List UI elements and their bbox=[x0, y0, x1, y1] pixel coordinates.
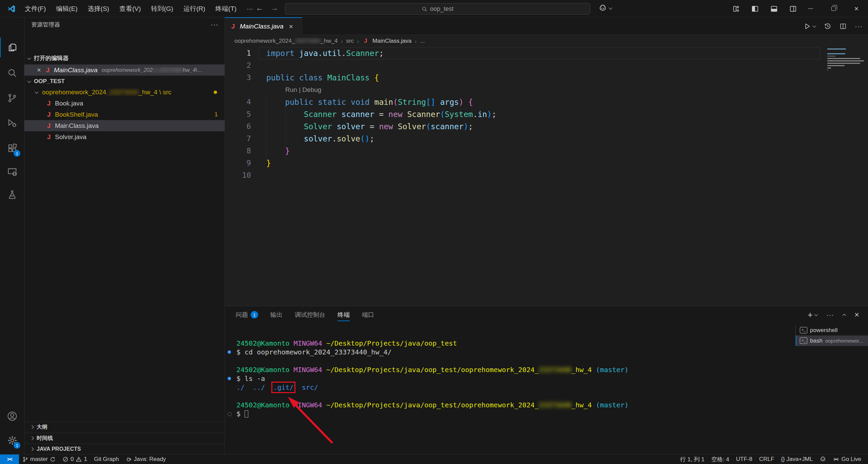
open-editor-filename: MainClass.java bbox=[54, 66, 98, 74]
problems-status[interactable]: 0 1 bbox=[59, 455, 91, 464]
branch-name: master bbox=[30, 456, 48, 463]
breadcrumb-src[interactable]: src bbox=[346, 38, 354, 44]
split-editor-icon[interactable] bbox=[840, 23, 847, 30]
panel-tab-label: 端口 bbox=[362, 311, 374, 319]
git-graph-status[interactable]: Git Graph bbox=[91, 455, 122, 464]
panel-tab-3[interactable]: 终端 bbox=[337, 306, 350, 323]
language-mode[interactable]: {} Java+JML bbox=[777, 455, 816, 464]
file-row[interactable]: JMainClass.java bbox=[24, 120, 225, 131]
breadcrumb-separator: › bbox=[357, 38, 359, 44]
outline-section[interactable]: 大纲 bbox=[24, 422, 225, 432]
run-debug-icon bbox=[7, 118, 17, 128]
customize-layout-icon[interactable] bbox=[732, 5, 740, 13]
open-editors-section[interactable]: 打开的编辑器 bbox=[24, 53, 225, 64]
workspace-section[interactable]: OOP_TEST bbox=[24, 76, 225, 87]
broadcast-icon bbox=[833, 456, 839, 462]
breadcrumb[interactable]: ooprehomework_2024_23373440_hw_4 › src ›… bbox=[225, 35, 868, 47]
maximize-panel-icon[interactable] bbox=[842, 314, 846, 317]
sidebar-item-remote-explorer[interactable] bbox=[0, 162, 24, 181]
explorer-more-button[interactable]: ··· bbox=[211, 21, 218, 28]
minimap-line bbox=[827, 70, 828, 71]
account-button[interactable] bbox=[0, 406, 24, 426]
encoding-status[interactable]: UTF-8 bbox=[733, 455, 756, 464]
close-button[interactable]: × bbox=[845, 0, 868, 17]
indentation-status[interactable]: 空格: 4 bbox=[708, 455, 733, 464]
terminal-list-item-bash[interactable]: >_bashooprehomewor... bbox=[796, 335, 868, 346]
nav-forward-button[interactable]: → bbox=[269, 3, 280, 13]
go-live-status[interactable]: Go Live bbox=[830, 455, 865, 464]
minimize-button[interactable] bbox=[799, 0, 822, 17]
toggle-secondary-sidebar-icon[interactable] bbox=[789, 5, 797, 13]
breadcrumb-folder[interactable]: ooprehomework_2024_23373440_hw_4 bbox=[234, 38, 337, 44]
panel-tab-0[interactable]: 问题1 bbox=[236, 306, 258, 323]
line-number: 8 bbox=[225, 145, 251, 157]
copilot-menu[interactable] bbox=[598, 4, 612, 13]
java-projects-section[interactable]: JAVA PROJECTS bbox=[24, 444, 225, 454]
terminal-list-item-powershell[interactable]: >_powershell bbox=[796, 325, 868, 335]
sidebar-item-source-control[interactable] bbox=[0, 88, 24, 108]
codelens-line[interactable]: Run | Debug bbox=[225, 84, 868, 96]
sidebar-item-explorer[interactable] bbox=[0, 38, 24, 57]
timeline-section[interactable]: 时间线 bbox=[24, 433, 225, 443]
panel-tab-label: 输出 bbox=[270, 311, 283, 319]
file-row[interactable]: JSolver.java bbox=[24, 131, 225, 142]
menu-item-0[interactable]: 文件(F) bbox=[20, 3, 51, 15]
close-icon[interactable]: × bbox=[37, 66, 41, 74]
menu-item-5[interactable]: 运行(R) bbox=[178, 3, 210, 15]
panel-more-button[interactable]: ··· bbox=[826, 311, 834, 319]
new-terminal-button[interactable]: + bbox=[808, 310, 817, 320]
command-center-search[interactable]: oop_test bbox=[285, 3, 590, 15]
indent-guide bbox=[266, 96, 267, 157]
terminal-name: bash bbox=[810, 337, 823, 344]
panel-tab-2[interactable]: 调试控制台 bbox=[295, 306, 325, 323]
run-button[interactable] bbox=[804, 23, 816, 30]
java-file-icon: J bbox=[44, 66, 51, 74]
sidebar-item-run-debug[interactable] bbox=[0, 113, 24, 133]
menu-item-4[interactable]: 转到(G) bbox=[146, 3, 178, 15]
sidebar-item-search[interactable] bbox=[0, 63, 24, 83]
java-status[interactable]: Java: Ready bbox=[122, 455, 170, 464]
breadcrumb-file[interactable]: MainClass.java bbox=[372, 38, 411, 44]
code-editor[interactable]: 1import java.util.Scanner;23public class… bbox=[225, 47, 868, 306]
close-panel-icon[interactable]: × bbox=[854, 310, 859, 320]
tab-close-icon[interactable]: × bbox=[289, 22, 293, 31]
menu-item-2[interactable]: 选择(S) bbox=[83, 3, 114, 15]
branch-status[interactable]: master bbox=[19, 455, 59, 464]
breadcrumb-symbol[interactable]: ... bbox=[420, 38, 425, 44]
sidebar-item-testing[interactable] bbox=[0, 185, 24, 205]
terminal-output[interactable]: 24502@Kamonto MINGW64 ~/Desktop/Projects… bbox=[225, 323, 793, 454]
nav-back-button[interactable]: ← bbox=[254, 3, 265, 13]
explorer-sidebar: 资源管理器 ··· 打开的编辑器 × J MainClass.java oopr… bbox=[24, 17, 225, 454]
tab-mainclass[interactable]: J MainClass.java × bbox=[225, 17, 302, 35]
eol-status[interactable]: CRLF bbox=[756, 455, 777, 464]
panel-tab-4[interactable]: 端口 bbox=[362, 306, 374, 323]
menu-item-1[interactable]: 编辑(E) bbox=[51, 3, 82, 15]
file-row[interactable]: JBookShelf.java1 bbox=[24, 109, 225, 120]
minimize-icon bbox=[808, 8, 813, 9]
sidebar-item-extensions[interactable]: 1 bbox=[0, 138, 24, 158]
chevron-right-icon bbox=[30, 447, 34, 451]
settings-button[interactable]: 1 bbox=[0, 430, 24, 450]
minimap[interactable] bbox=[827, 49, 865, 75]
file-row[interactable]: JBook.java bbox=[24, 98, 225, 109]
history-icon[interactable] bbox=[824, 22, 831, 30]
toggle-sidebar-icon[interactable] bbox=[751, 5, 759, 13]
open-editor-row[interactable]: × J MainClass.java ooprehomework_2024_23… bbox=[24, 64, 225, 76]
editor-more-button[interactable]: ··· bbox=[855, 22, 863, 30]
remote-indicator[interactable]: >< bbox=[0, 455, 19, 464]
chevron-down-icon bbox=[27, 79, 31, 82]
account-icon bbox=[7, 411, 18, 422]
code-line: 6 Solver solver = new Solver(scanner); bbox=[225, 120, 868, 133]
panel-tab-1[interactable]: 输出 bbox=[270, 306, 283, 323]
folder-row[interactable]: ooprehomework_2024_23373440_hw_4 \ src bbox=[24, 86, 225, 98]
toggle-panel-icon[interactable] bbox=[770, 5, 778, 13]
cursor-position[interactable]: 行 1, 列 1 bbox=[677, 455, 708, 464]
breadcrumb-separator: › bbox=[341, 38, 343, 44]
minimap-line bbox=[827, 65, 845, 66]
close-icon: × bbox=[854, 4, 859, 13]
copilot-status[interactable] bbox=[816, 455, 830, 464]
menu-item-3[interactable]: 查看(V) bbox=[114, 3, 146, 15]
menu-item-6[interactable]: 终端(T) bbox=[210, 3, 242, 15]
restore-button[interactable] bbox=[822, 0, 845, 17]
chevron-down-icon bbox=[27, 56, 31, 59]
